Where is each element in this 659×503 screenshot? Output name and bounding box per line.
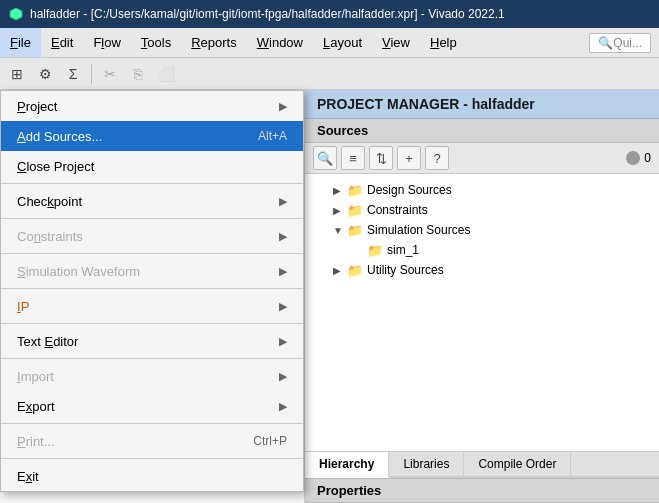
- menu-layout[interactable]: Layout: [313, 28, 372, 57]
- chevron-right-icon-2: ▶: [333, 205, 347, 216]
- dropdown-item-close-project[interactable]: Close Project: [1, 151, 303, 181]
- sources-toolbar: 🔍 ≡ ⇅ + ? 0: [305, 143, 659, 174]
- tab-compile-order[interactable]: Compile Order: [464, 452, 571, 476]
- chevron-right-icon-3: ▶: [333, 265, 347, 276]
- menu-help[interactable]: Help: [420, 28, 467, 57]
- arrow-icon-checkpoint: ▶: [279, 195, 287, 208]
- dropdown-item-export[interactable]: Export ▶: [1, 391, 303, 421]
- dropdown-sep-4: [1, 288, 303, 289]
- menu-edit-label: Edit: [51, 35, 73, 50]
- arrow-icon-export: ▶: [279, 400, 287, 413]
- tab-compile-order-label: Compile Order: [478, 457, 556, 471]
- arrow-icon-import: ▶: [279, 370, 287, 383]
- dropdown-sep-7: [1, 423, 303, 424]
- utility-sources-label: Utility Sources: [367, 263, 444, 277]
- tree-item-design-sources[interactable]: ▶ 📁 Design Sources: [305, 180, 659, 200]
- sources-sort-button[interactable]: ⇅: [369, 146, 393, 170]
- tab-hierarchy-label: Hierarchy: [319, 457, 374, 471]
- folder-icon-3: 📁: [347, 223, 363, 237]
- menu-file-label: File: [10, 35, 31, 50]
- properties-header: Properties: [305, 478, 659, 503]
- quick-search[interactable]: 🔍 Qui...: [589, 33, 651, 53]
- menu-flow[interactable]: Flow: [83, 28, 130, 57]
- menu-edit[interactable]: Edit: [41, 28, 83, 57]
- menu-bar: File Edit Flow Tools Reports Window Layo…: [0, 28, 659, 58]
- main-toolbar: ⊞ ⚙ Σ ✂ ⎘ ⬜: [0, 58, 659, 90]
- dropdown-item-text-editor[interactable]: Text Editor ▶: [1, 326, 303, 356]
- menu-view[interactable]: View: [372, 28, 420, 57]
- simulation-sources-label: Simulation Sources: [367, 223, 470, 237]
- tab-libraries-label: Libraries: [403, 457, 449, 471]
- sources-add-button[interactable]: +: [397, 146, 421, 170]
- chevron-right-icon: ▶: [333, 185, 347, 196]
- cut-button[interactable]: ✂: [97, 61, 123, 87]
- dropdown-item-import: Import ▶: [1, 361, 303, 391]
- count-label: 0: [644, 151, 651, 165]
- tree-item-sim1[interactable]: 📁 sim_1: [305, 240, 659, 260]
- arrow-icon-sim: ▶: [279, 265, 287, 278]
- main-area: Project ▶ Add Sources... Alt+A Close Pro…: [0, 90, 659, 503]
- right-panel: PROJECT MANAGER - halfadder Sources 🔍 ≡ …: [305, 90, 659, 503]
- left-panel: Project ▶ Add Sources... Alt+A Close Pro…: [0, 90, 305, 503]
- menu-help-label: Help: [430, 35, 457, 50]
- svg-marker-0: [10, 8, 22, 20]
- menu-file[interactable]: File: [0, 28, 41, 57]
- dropdown-sep-8: [1, 458, 303, 459]
- dropdown-item-print: Print... Ctrl+P: [1, 426, 303, 456]
- dropdown-item-constraints: Constraints ▶: [1, 221, 303, 251]
- sim1-label: sim_1: [387, 243, 419, 257]
- arrow-icon: ▶: [279, 100, 287, 113]
- constraints-label: Constraints: [367, 203, 428, 217]
- tab-libraries[interactable]: Libraries: [389, 452, 464, 476]
- toolbar-sep-1: [91, 64, 92, 84]
- project-manager-title: PROJECT MANAGER - halfadder: [317, 96, 535, 112]
- design-sources-label: Design Sources: [367, 183, 452, 197]
- arrow-icon-constraints: ▶: [279, 230, 287, 243]
- dropdown-item-exit[interactable]: Exit: [1, 461, 303, 491]
- sources-label: Sources: [317, 123, 368, 138]
- sources-info-button[interactable]: ?: [425, 146, 449, 170]
- paste-button[interactable]: ⬜: [153, 61, 179, 87]
- menu-view-label: View: [382, 35, 410, 50]
- sigma-button[interactable]: Σ: [60, 61, 86, 87]
- menu-flow-label: Flow: [93, 35, 120, 50]
- folder-icon-2: 📁: [347, 203, 363, 217]
- menu-window[interactable]: Window: [247, 28, 313, 57]
- tab-hierarchy[interactable]: Hierarchy: [305, 452, 389, 478]
- menu-tools[interactable]: Tools: [131, 28, 181, 57]
- file-dropdown-menu: Project ▶ Add Sources... Alt+A Close Pro…: [0, 90, 304, 492]
- arrow-icon-ip: ▶: [279, 300, 287, 313]
- title-bar: halfadder - [C:/Users/kamal/git/iomt-git…: [0, 0, 659, 28]
- tree-item-utility-sources[interactable]: ▶ 📁 Utility Sources: [305, 260, 659, 280]
- dropdown-item-checkpoint[interactable]: Checkpoint ▶: [1, 186, 303, 216]
- arrow-icon-text: ▶: [279, 335, 287, 348]
- tree-item-simulation-sources[interactable]: ▼ 📁 Simulation Sources: [305, 220, 659, 240]
- properties-label: Properties: [317, 483, 381, 498]
- sources-tabs: Hierarchy Libraries Compile Order: [305, 451, 659, 478]
- chevron-down-icon: ▼: [333, 225, 347, 236]
- dropdown-item-ip[interactable]: IP ▶: [1, 291, 303, 321]
- folder-icon-4: 📁: [367, 243, 383, 257]
- folder-icon-5: 📁: [347, 263, 363, 277]
- dropdown-item-project[interactable]: Project ▶: [1, 91, 303, 121]
- count-circle: [626, 151, 640, 165]
- search-label: Qui...: [613, 36, 642, 50]
- gear-button[interactable]: ⚙: [32, 61, 58, 87]
- tree-item-constraints[interactable]: ▶ 📁 Constraints: [305, 200, 659, 220]
- menu-reports[interactable]: Reports: [181, 28, 247, 57]
- dropdown-sep-6: [1, 358, 303, 359]
- dropdown-sep-5: [1, 323, 303, 324]
- search-icon: 🔍: [598, 36, 613, 50]
- sources-header: Sources: [305, 119, 659, 143]
- menu-window-label: Window: [257, 35, 303, 50]
- dropdown-item-simulation-waveform: Simulation Waveform ▶: [1, 256, 303, 286]
- copy-button[interactable]: ⎘: [125, 61, 151, 87]
- dropdown-item-add-sources[interactable]: Add Sources... Alt+A: [1, 121, 303, 151]
- app-icon: [8, 6, 24, 22]
- sources-search-button[interactable]: 🔍: [313, 146, 337, 170]
- dropdown-sep-3: [1, 253, 303, 254]
- folder-icon: 📁: [347, 183, 363, 197]
- menu-layout-label: Layout: [323, 35, 362, 50]
- grid-button[interactable]: ⊞: [4, 61, 30, 87]
- sources-filter-button[interactable]: ≡: [341, 146, 365, 170]
